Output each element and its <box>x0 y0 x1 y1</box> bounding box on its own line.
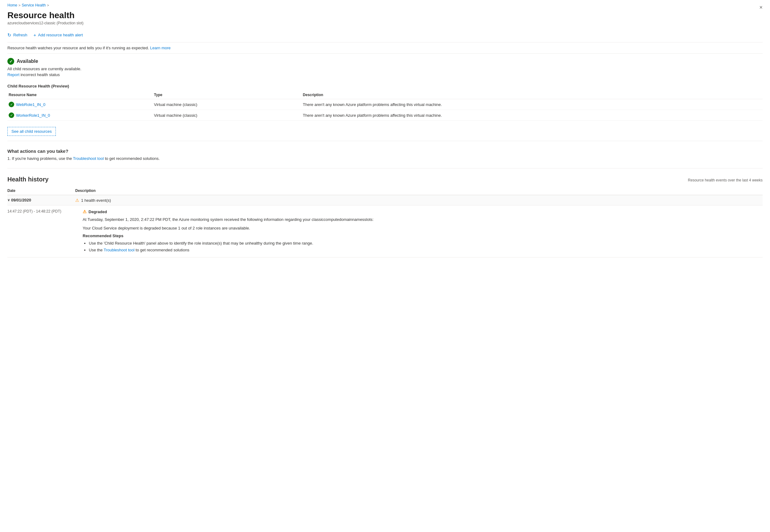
resource-desc-cell: There aren't any known Azure platform pr… <box>303 99 763 110</box>
troubleshoot-link[interactable]: Troubleshoot tool <box>73 156 104 161</box>
history-col-date: Date <box>7 187 75 195</box>
close-button[interactable]: × <box>757 3 765 12</box>
status-description: All child resources are currently availa… <box>7 67 763 71</box>
see-all-button[interactable]: See all child resources <box>7 127 56 136</box>
toolbar: ↻ Refresh + Add resource health alert <box>7 29 763 43</box>
resource-name-link[interactable]: WebRole1_IN_0 <box>16 102 45 107</box>
status-section: ✓ Available All child resources are curr… <box>7 54 763 79</box>
breadcrumb-sep2: > <box>47 3 49 7</box>
troubleshoot-tool-link-2[interactable]: Troubleshoot tool <box>104 248 134 252</box>
refresh-button[interactable]: ↻ Refresh <box>7 31 27 39</box>
actions-item-prefix: 1. If you're having problems, use the <box>7 156 73 161</box>
recommended-steps-label: Recommended Steps <box>83 234 763 238</box>
breadcrumb-sep1: > <box>18 3 20 7</box>
resource-name-cell: ✓ WorkerRole1_IN_0 <box>7 110 154 121</box>
info-text: Resource health watches your resource an… <box>7 46 149 50</box>
resource-type-cell: Virtual machine (classic) <box>154 110 303 121</box>
history-detail-row: 14:47:22 (PDT) - 14:48:22 (PDT) ⚠ Degrad… <box>7 205 763 258</box>
add-alert-label: Add resource health alert <box>38 33 83 37</box>
resource-type-cell: Virtual machine (classic) <box>154 99 303 110</box>
health-history-section: Health history Resource health events ov… <box>7 176 763 258</box>
child-resource-section: Child Resource Health (Preview) Resource… <box>7 84 763 136</box>
event-detail-1: At Tuesday, September 1, 2020, 2:47:22 P… <box>83 217 763 223</box>
child-resource-title: Child Resource Health (Preview) <box>7 84 763 88</box>
history-header: Health history Resource health events ov… <box>7 176 763 183</box>
actions-item-suffix: to get recommended solutions. <box>104 156 160 161</box>
breadcrumb-service-health[interactable]: Service Health <box>22 3 46 7</box>
add-alert-button[interactable]: + Add resource health alert <box>34 31 83 39</box>
actions-section: What actions can you take? 1. If you're … <box>7 146 763 163</box>
history-table: Date Description ∨ 09/01/2020 ⚠ <box>7 187 763 258</box>
history-summary-text: 1 health event(s) <box>81 198 111 203</box>
refresh-icon: ↻ <box>7 33 11 37</box>
warning-icon: ⚠ <box>75 198 79 203</box>
status-icon-green: ✓ <box>7 58 14 65</box>
col-resource-name: Resource Name <box>7 91 154 99</box>
col-description: Description <box>303 91 763 99</box>
step-2-suffix: to get recommended solutions <box>134 248 189 252</box>
table-row: ✓ WebRole1_IN_0 Virtual machine (classic… <box>7 99 763 110</box>
step-1: Use the 'Child Resource Health' panel ab… <box>89 240 763 247</box>
refresh-label: Refresh <box>13 33 27 37</box>
event-time-cell: 14:47:22 (PDT) - 14:48:22 (PDT) <box>7 205 75 258</box>
history-row-date[interactable]: ∨ 09/01/2020 ⚠ 1 health event(s) <box>7 195 763 205</box>
page-title: Resource health <box>7 10 763 20</box>
status-label: Available <box>17 59 38 64</box>
resource-name-cell: ✓ WebRole1_IN_0 <box>7 99 154 110</box>
chevron-down-icon: ∨ <box>7 198 10 202</box>
step-2-prefix: Use the <box>89 248 104 252</box>
report-row: Report incorrect health status <box>7 72 763 77</box>
resource-desc-cell: There aren't any known Azure platform pr… <box>303 110 763 121</box>
page-container: Home > Service Health > Resource health … <box>0 0 770 270</box>
degraded-label: ⚠ Degraded <box>83 209 763 214</box>
divider-1 <box>7 141 763 141</box>
history-date-cell: ∨ 09/01/2020 <box>7 195 75 205</box>
child-resource-table: Resource Name Type Description ✓ WebRole… <box>7 91 763 121</box>
actions-item-1: 1. If you're having problems, use the Tr… <box>7 156 763 161</box>
history-date-value: 09/01/2020 <box>11 198 31 202</box>
info-bar: Resource health watches your resource an… <box>7 43 763 54</box>
report-suffix: incorrect health status <box>19 72 60 77</box>
table-row: ✓ WorkerRole1_IN_0 Virtual machine (clas… <box>7 110 763 121</box>
row-status-icon: ✓ <box>9 112 14 118</box>
resource-name-link[interactable]: WorkerRole1_IN_0 <box>16 113 50 118</box>
history-summary-cell: ⚠ 1 health event(s) <box>75 195 763 205</box>
actions-title: What actions can you take? <box>7 148 763 154</box>
event-details-cell: ⚠ Degraded At Tuesday, September 1, 2020… <box>75 205 763 258</box>
col-type: Type <box>154 91 303 99</box>
table-header: Resource Name Type Description <box>7 91 763 99</box>
add-icon: + <box>34 33 36 37</box>
breadcrumb: Home > Service Health > <box>7 0 763 9</box>
steps-list: Use the 'Child Resource Health' panel ab… <box>83 240 763 254</box>
history-title: Health history <box>7 176 48 183</box>
step-2: Use the Troubleshoot tool to get recomme… <box>89 247 763 254</box>
row-status-icon: ✓ <box>9 102 14 107</box>
learn-more-link[interactable]: Learn more <box>150 46 170 50</box>
history-subtitle: Resource health events over the last 4 w… <box>688 178 763 182</box>
event-detail-2: Your Cloud Service deployment is degrade… <box>83 225 763 231</box>
divider-2 <box>7 168 763 169</box>
history-col-description: Description <box>75 187 763 195</box>
page-subtitle: azurecloudservices12-classic (Production… <box>7 21 763 25</box>
status-available: ✓ Available <box>7 58 763 65</box>
degraded-warning-icon: ⚠ <box>83 209 87 214</box>
breadcrumb-home[interactable]: Home <box>7 3 17 7</box>
report-link[interactable]: Report <box>7 72 19 77</box>
degraded-text: Degraded <box>88 209 107 214</box>
history-table-header: Date Description <box>7 187 763 195</box>
